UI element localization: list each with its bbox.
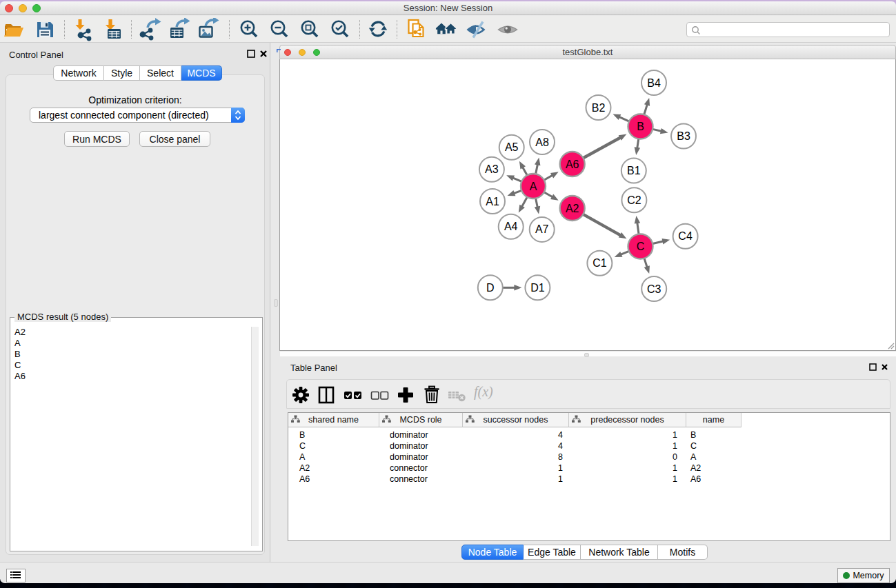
svg-text:A: A (530, 181, 537, 192)
svg-text:A7: A7 (535, 223, 549, 235)
svg-text:A6: A6 (566, 159, 579, 170)
svg-text:D1: D1 (530, 282, 545, 294)
svg-text:C2: C2 (627, 194, 641, 206)
svg-text:B4: B4 (647, 77, 661, 89)
svg-text:A2: A2 (566, 203, 579, 214)
svg-text:A3: A3 (485, 163, 499, 175)
svg-text:B1: B1 (627, 165, 641, 176)
svg-text:A8: A8 (535, 136, 549, 148)
svg-text:A4: A4 (504, 221, 518, 232)
svg-text:A5: A5 (505, 141, 519, 153)
svg-text:C: C (637, 241, 645, 252)
svg-text:B: B (637, 121, 644, 132)
svg-text:C1: C1 (593, 257, 607, 269)
svg-text:C3: C3 (647, 283, 661, 295)
svg-text:C4: C4 (678, 230, 693, 242)
svg-text:B2: B2 (592, 102, 606, 114)
svg-text:B3: B3 (677, 130, 690, 142)
svg-text:D: D (486, 282, 495, 294)
svg-text:A1: A1 (486, 196, 499, 207)
